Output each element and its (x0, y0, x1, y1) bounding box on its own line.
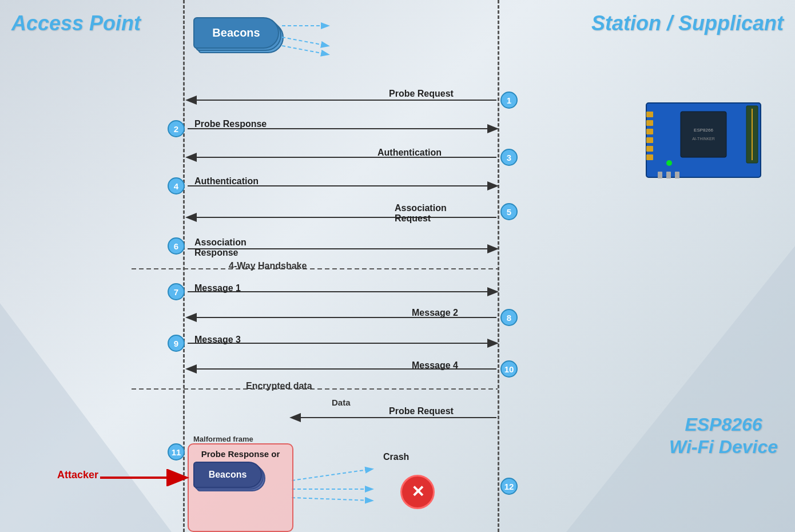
badge-2: 2 (168, 120, 185, 137)
svg-rect-24 (646, 137, 653, 143)
badge-5: 5 (500, 203, 518, 220)
badge-6: 6 (168, 237, 185, 255)
svg-rect-22 (646, 120, 653, 126)
message1-label: Message 1 (194, 283, 241, 293)
probe-request-2-label: Probe Request (389, 406, 454, 416)
svg-rect-34 (666, 172, 671, 178)
badge-4: 4 (168, 177, 185, 194)
badge-12: 12 (500, 478, 518, 495)
message4-label: Message 4 (412, 360, 458, 371)
badge-1: 1 (500, 92, 518, 109)
top-beacon-label: Beacons (212, 26, 260, 39)
association-request-label: AssociationRequest (395, 203, 447, 224)
message3-label: Message 3 (194, 335, 241, 345)
svg-line-1 (282, 37, 328, 46)
svg-rect-23 (646, 129, 653, 134)
probe-response-label: Probe Response (194, 119, 267, 129)
badge-3: 3 (500, 149, 518, 166)
inner-beacon-layer-3: Beacons (193, 462, 262, 488)
encrypted-label: Encrypted data (246, 381, 312, 391)
access-point-title: Access Point (11, 11, 141, 35)
svg-rect-33 (658, 172, 662, 178)
malformed-label: Malformed frame (193, 435, 253, 443)
badge-11: 11 (168, 443, 185, 460)
association-response-label: AssociationResponse (194, 237, 247, 258)
authentication-4-label: Authentication (194, 176, 259, 186)
svg-text:ESP8266: ESP8266 (694, 128, 713, 133)
badge-7: 7 (168, 283, 185, 300)
inner-beacon-label: Beacons (209, 470, 247, 480)
badge-8: 8 (500, 309, 518, 326)
bg-shape-left (0, 303, 172, 532)
svg-point-32 (666, 160, 672, 166)
right-vertical-line (498, 0, 499, 532)
inner-beacon-stack: Beacons (193, 462, 268, 496)
esp-title: ESP8266 Wi-Fi Device (669, 414, 778, 458)
top-beacon-stack: Beacons (193, 17, 285, 57)
station-title: Station / Supplicant (591, 11, 784, 35)
crash-label: Crash (383, 452, 409, 462)
top-beacons-container: Beacons (193, 17, 285, 57)
handshake-label: 4-Way Handshake (229, 261, 307, 271)
badge-10: 10 (500, 360, 518, 378)
attack-box: Probe Response or Beacons (188, 443, 293, 532)
svg-line-2 (282, 46, 328, 54)
esp8266-chip-svg: ESP8266 AI-THINKER (641, 97, 766, 183)
beacon-arrows-svg (282, 14, 396, 60)
svg-rect-27 (681, 112, 726, 157)
svg-rect-26 (646, 154, 653, 160)
svg-rect-35 (675, 172, 679, 178)
probe-request-1-label: Probe Request (389, 89, 454, 99)
svg-rect-25 (646, 146, 653, 152)
svg-line-18 (292, 498, 372, 501)
crash-circle: ✕ (400, 475, 435, 509)
probe-or-label: Probe Response or (193, 449, 288, 459)
badge-9: 9 (168, 335, 185, 352)
svg-line-16 (292, 469, 372, 481)
attacker-label: Attacker (57, 469, 98, 481)
svg-rect-21 (646, 112, 653, 117)
beacon-layer-3: Beacons (193, 17, 279, 49)
message2-label: Message 2 (412, 308, 458, 318)
svg-text:AI-THINKER: AI-THINKER (692, 137, 715, 141)
authentication-3-label: Authentication (377, 148, 442, 158)
data-label: Data (332, 398, 351, 407)
bg-shape-right (566, 246, 795, 532)
crash-x-icon: ✕ (411, 484, 424, 500)
